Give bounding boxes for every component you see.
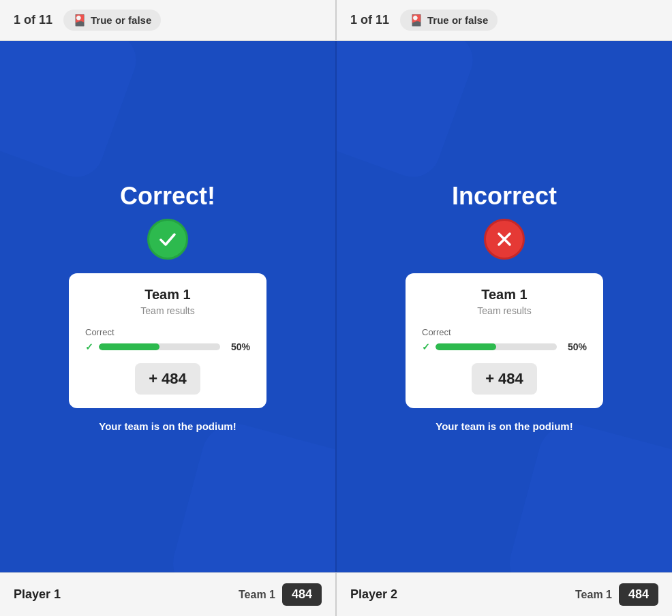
main-area: Correct! Team 1 Team results Correct ✓ 5… [0,41,672,572]
bg-shape-tl-left [0,41,144,185]
left-header-panel: 1 of 11 🎴 True or false [0,0,337,40]
left-score-badge: + 484 [135,363,200,395]
left-footer-score: 484 [282,583,322,606]
right-card-team-results: Team results [422,305,587,316]
right-result-icon [484,219,525,260]
right-card-team-name: Team 1 [422,287,587,303]
left-card-correct-label: Correct [85,327,250,337]
bg-shape-br-left [166,416,337,572]
left-card-team-name: Team 1 [85,287,250,303]
left-badge-label: True or false [91,14,151,26]
header-bar: 1 of 11 🎴 True or false 1 of 11 🎴 True o… [0,0,672,41]
left-panel: Correct! Team 1 Team results Correct ✓ 5… [0,41,337,572]
right-badge-icon: 🎴 [410,14,423,27]
right-progress-percent: 50% [562,341,587,352]
right-badge-label: True or false [427,14,488,26]
right-footer-panel: Player 2 Team 1 484 [337,573,672,616]
left-result-card: Team 1 Team results Correct ✓ 50% + 484 [69,273,266,408]
left-footer-right: Team 1 484 [239,583,322,606]
right-panel: Incorrect Team 1 Team results Correct ✓ … [337,41,672,572]
right-card-correct-label: Correct [422,327,587,337]
left-progress-percent: 50% [226,341,250,352]
left-card-team-results: Team results [85,305,250,316]
right-progress-bar-bg [436,343,557,350]
right-result-card: Team 1 Team results Correct ✓ 50% + 484 [406,273,603,408]
left-progress-row: ✓ 50% [85,341,250,352]
right-podium-text: Your team is on the podium! [436,420,572,432]
right-result-title: Incorrect [452,182,557,211]
right-question-counter: 1 of 11 [350,13,389,27]
left-podium-text: Your team is on the podium! [99,420,236,432]
left-footer-player-name: Player 1 [14,587,61,602]
left-footer-team-name: Team 1 [239,589,275,601]
left-badge: 🎴 True or false [63,10,161,31]
left-check-icon: ✓ [85,341,93,352]
left-progress-bar-bg [99,343,220,350]
right-footer-right: Team 1 484 [575,583,658,606]
right-footer-score: 484 [619,583,658,606]
left-result-title: Correct! [120,182,215,211]
right-footer-team-name: Team 1 [575,589,612,601]
left-progress-bar-fill [99,343,159,350]
bg-shape-tl-right [337,41,480,185]
left-footer-panel: Player 1 Team 1 484 [0,573,337,616]
right-score-badge: + 484 [472,363,537,395]
right-check-icon: ✓ [422,341,430,352]
right-progress-row: ✓ 50% [422,341,587,352]
right-badge: 🎴 True or false [400,10,498,31]
left-result-icon [147,219,188,260]
right-footer-player-name: Player 2 [350,587,397,602]
left-question-counter: 1 of 11 [14,13,52,27]
bg-shape-br-right [502,416,672,572]
right-progress-bar-fill [436,343,496,350]
left-badge-icon: 🎴 [73,14,87,27]
footer-bar: Player 1 Team 1 484 Player 2 Team 1 484 [0,572,672,616]
right-header-panel: 1 of 11 🎴 True or false [337,0,672,40]
